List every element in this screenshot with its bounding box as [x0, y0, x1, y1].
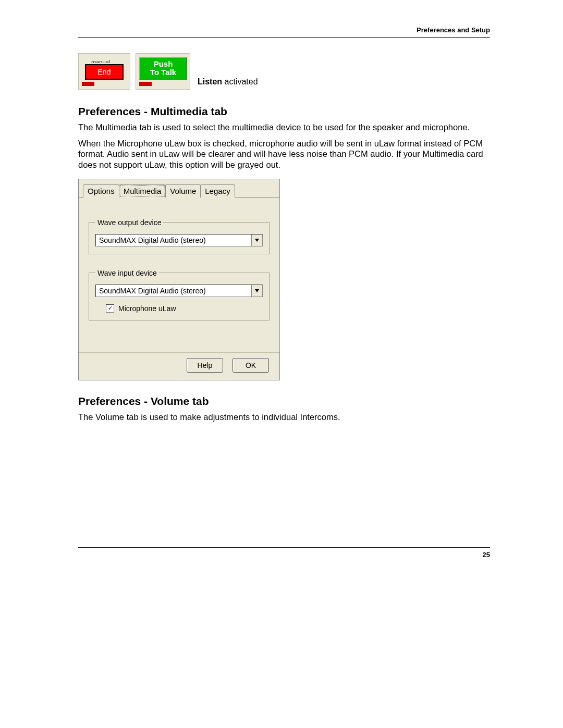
chevron-down-icon [255, 239, 259, 242]
page-footer: 25 [78, 547, 490, 559]
microphone-ulaw-label: Microphone uLaw [118, 304, 176, 313]
wave-input-dropdown-button[interactable] [251, 285, 262, 297]
wave-input-group: Wave input device SoundMAX Digital Audio… [89, 269, 270, 320]
ok-button[interactable]: OK [232, 358, 269, 373]
wave-output-value: SoundMAX Digital Audio (stereo) [96, 236, 251, 244]
page-number: 25 [483, 551, 490, 559]
section1-para2: When the Microphone uLaw box is checked,… [78, 138, 490, 170]
preferences-dialog: Options Multimedia Volume Legacy Wave ou… [78, 179, 280, 380]
section-heading-volume: Preferences - Volume tab [78, 395, 490, 408]
help-button[interactable]: Help [187, 358, 223, 373]
tab-options[interactable]: Options [83, 184, 119, 198]
push-to-talk-panel: Push To Talk [136, 53, 190, 90]
listen-caption-bold: Listen [198, 77, 222, 86]
wave-output-dropdown-button[interactable] [251, 235, 262, 246]
section-heading-multimedia: Preferences - Multimedia tab [78, 105, 490, 118]
tab-volume[interactable]: Volume [165, 184, 201, 198]
tab-multimedia[interactable]: Multimedia [119, 184, 166, 198]
page-header: Preferences and Setup [78, 26, 490, 38]
section1-para1: The Multimedia tab is used to select the… [78, 122, 490, 133]
cutoff-label: manual [91, 59, 127, 63]
dialog-tab-bar: Options Multimedia Volume Legacy [79, 179, 279, 198]
svg-marker-1 [255, 289, 259, 292]
ptt-line2: To Talk [150, 68, 176, 77]
wave-output-legend: Wave output device [95, 218, 163, 227]
end-button[interactable]: End [85, 64, 124, 80]
svg-marker-0 [255, 239, 259, 242]
ptt-line1: Push [154, 60, 173, 68]
end-panel: manual End [78, 53, 130, 90]
dialog-button-bar: Help OK [79, 352, 279, 380]
indicator-bar-left [82, 82, 94, 86]
microphone-ulaw-checkbox[interactable]: ✓ [106, 304, 114, 313]
indicator-bar-right [139, 82, 152, 86]
wave-input-combo[interactable]: SoundMAX Digital Audio (stereo) [95, 285, 263, 297]
tab-legacy[interactable]: Legacy [200, 184, 235, 198]
microphone-ulaw-row: ✓ Microphone uLaw [106, 304, 263, 313]
dialog-body: Wave output device SoundMAX Digital Audi… [79, 198, 279, 352]
wave-output-group: Wave output device SoundMAX Digital Audi… [89, 218, 270, 254]
wave-input-value: SoundMAX Digital Audio (stereo) [96, 287, 251, 295]
chevron-down-icon [255, 289, 259, 292]
listen-caption: Listen activated [198, 77, 258, 87]
listen-activated-figure: manual End Push To Talk Listen activated [78, 53, 490, 90]
listen-caption-rest: activated [222, 77, 258, 86]
wave-input-legend: Wave input device [95, 269, 159, 277]
section2-para1: The Volume tab is used to make adjustmen… [78, 412, 490, 423]
wave-output-combo[interactable]: SoundMAX Digital Audio (stereo) [95, 234, 263, 246]
push-to-talk-button[interactable]: Push To Talk [139, 57, 187, 80]
